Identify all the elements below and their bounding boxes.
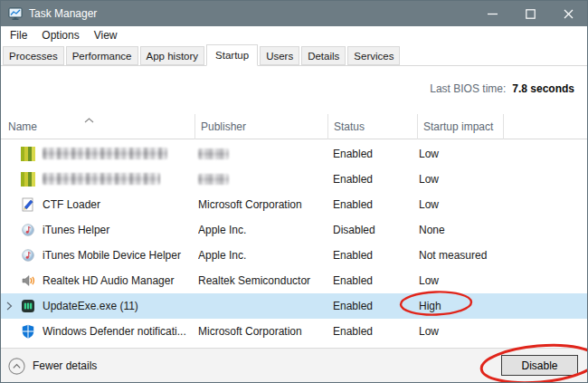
app-monitor-icon	[8, 6, 23, 21]
last-bios-label: Last BIOS time:	[430, 82, 506, 95]
redacted-name	[43, 173, 160, 185]
maximize-button[interactable]	[511, 1, 549, 26]
redacted-name	[43, 148, 167, 159]
menu-bar: File Options View	[1, 26, 587, 44]
table-row-ctf-loader[interactable]: CTF Loader Microsoft Corporation Enabled…	[1, 192, 587, 217]
fewer-details-toggle[interactable]: Fewer details	[8, 349, 97, 383]
chevron-up-circle-icon	[8, 358, 25, 375]
table-row-redacted-1[interactable]: Enabled Low	[1, 141, 587, 167]
redacted-publisher	[198, 174, 229, 185]
close-button[interactable]	[549, 1, 587, 26]
fewer-details-label: Fewer details	[33, 359, 97, 372]
speaker-icon	[21, 273, 35, 288]
disable-button[interactable]: Disable	[501, 355, 578, 376]
column-header-name[interactable]: Name	[1, 114, 195, 139]
tab-details[interactable]: Details	[301, 46, 346, 65]
table-row-realtek-hd-audio-manager[interactable]: Realtek HD Audio Manager Realtek Semicon…	[1, 268, 587, 293]
itunes-icon	[21, 248, 35, 263]
sort-ascending-icon	[84, 118, 94, 123]
table-row-updateexe-selected[interactable]: UpdateExe.exe (11) Enabled High	[1, 293, 587, 319]
column-header-publisher[interactable]: Publisher	[195, 114, 328, 139]
menu-file[interactable]: File	[3, 26, 34, 44]
footer-bar: Fewer details Disable	[1, 348, 587, 382]
minimize-icon	[488, 9, 498, 19]
last-bios-value: 7.8 seconds	[512, 82, 574, 95]
redacted-app-icon	[21, 147, 35, 161]
column-header-startup-impact[interactable]: Startup impact	[418, 114, 504, 139]
defender-shield-icon	[21, 324, 35, 339]
tab-processes[interactable]: Processes	[3, 46, 64, 65]
tab-strip: Processes Performance App history Startu…	[1, 44, 587, 66]
column-header-status[interactable]: Status	[328, 114, 418, 139]
tab-performance[interactable]: Performance	[66, 46, 138, 65]
redacted-app-icon	[21, 172, 35, 187]
ctf-loader-icon	[21, 197, 35, 212]
menu-options[interactable]: Options	[34, 26, 86, 44]
tab-services[interactable]: Services	[347, 46, 400, 65]
table-row-itunes-helper[interactable]: iTunes Helper Apple Inc. Disabled None	[1, 217, 587, 243]
expand-chevron-icon[interactable]	[6, 302, 13, 311]
table-row-itunes-mobile-device-helper[interactable]: iTunes Mobile Device Helper Apple Inc. E…	[1, 243, 587, 268]
table-row-redacted-2[interactable]: Enabled Low	[1, 167, 587, 192]
green-bars-icon	[21, 299, 35, 313]
table-row-windows-defender[interactable]: Windows Defender notificati... Microsoft…	[1, 319, 587, 344]
close-icon	[564, 9, 574, 19]
startup-tab-content: Last BIOS time:7.8 seconds Name Publishe…	[1, 66, 587, 348]
last-bios-time: Last BIOS time:7.8 seconds	[430, 82, 574, 95]
column-header-blank	[504, 114, 587, 139]
maximize-icon	[526, 9, 536, 19]
tab-startup[interactable]: Startup	[206, 44, 258, 66]
menu-view[interactable]: View	[87, 26, 125, 44]
tab-users[interactable]: Users	[260, 46, 299, 65]
tab-app-history[interactable]: App history	[140, 46, 205, 65]
task-manager-window: Task Manager File Options View Processes…	[0, 0, 588, 383]
window-title: Task Manager	[29, 7, 97, 20]
titlebar: Task Manager	[1, 1, 587, 26]
minimize-button[interactable]	[473, 1, 511, 26]
redacted-publisher	[198, 148, 229, 159]
table-header: Name Publisher Status Startup impact	[1, 114, 587, 139]
startup-items-list: Enabled Low Enabled Low CTF Loader Micro…	[1, 141, 587, 344]
itunes-icon	[21, 223, 35, 237]
